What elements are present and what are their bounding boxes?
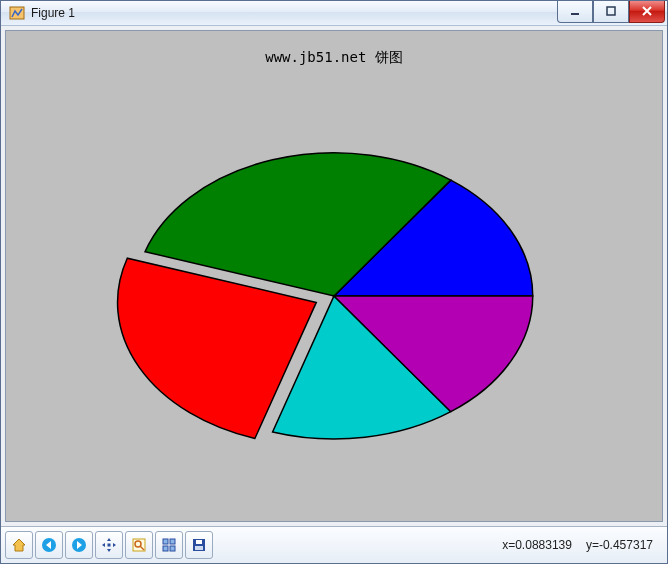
arrow-left-icon xyxy=(41,537,57,553)
pie-chart xyxy=(16,41,652,511)
zoom-button[interactable] xyxy=(125,531,153,559)
cursor-y: y=-0.457317 xyxy=(586,538,653,552)
coord-sep xyxy=(574,538,584,552)
home-icon xyxy=(11,537,27,553)
canvas-frame: www.jb51.net 饼图 xyxy=(5,30,663,522)
forward-button[interactable] xyxy=(65,531,93,559)
titlebar[interactable]: Figure 1 xyxy=(1,1,667,26)
arrow-right-icon xyxy=(71,537,87,553)
subplots-button[interactable] xyxy=(155,531,183,559)
save-icon xyxy=(191,537,207,553)
pan-icon xyxy=(101,537,117,553)
back-button[interactable] xyxy=(35,531,63,559)
minimize-button[interactable] xyxy=(557,1,593,23)
figure-canvas[interactable]: www.jb51.net 饼图 xyxy=(16,41,652,511)
svg-rect-15 xyxy=(195,546,203,550)
maximize-button[interactable] xyxy=(593,1,629,23)
svg-rect-14 xyxy=(196,540,202,544)
app-icon xyxy=(9,5,25,21)
svg-rect-10 xyxy=(170,539,175,544)
window-title: Figure 1 xyxy=(31,6,75,20)
svg-rect-9 xyxy=(163,539,168,544)
window-buttons xyxy=(557,1,665,23)
svg-rect-12 xyxy=(170,546,175,551)
zoom-icon xyxy=(131,537,147,553)
client-area: www.jb51.net 饼图 xyxy=(1,26,667,563)
chart-title: www.jb51.net 饼图 xyxy=(16,49,652,67)
svg-rect-2 xyxy=(607,7,615,15)
svg-rect-5 xyxy=(108,544,111,547)
save-button[interactable] xyxy=(185,531,213,559)
close-button[interactable] xyxy=(629,1,665,23)
svg-rect-11 xyxy=(163,546,168,551)
home-button[interactable] xyxy=(5,531,33,559)
pan-button[interactable] xyxy=(95,531,123,559)
toolbar: x=0.0883139 y=-0.457317 xyxy=(1,526,667,563)
subplots-icon xyxy=(161,537,177,553)
cursor-x: x=0.0883139 xyxy=(502,538,572,552)
figure-window: Figure 1 www.jb51.net 饼图 xyxy=(0,0,668,564)
